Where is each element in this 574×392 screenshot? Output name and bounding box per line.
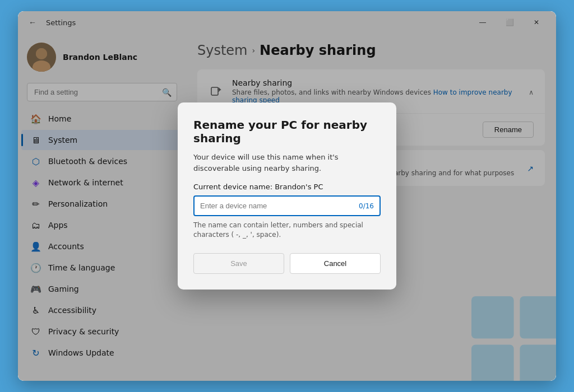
- current-device-label: Current device name: Brandon's PC: [193, 183, 381, 191]
- cancel-button[interactable]: Cancel: [290, 253, 381, 274]
- dialog-title: Rename your PC for nearby sharing: [193, 118, 381, 145]
- dialog-body: Your device will use this name when it's…: [193, 152, 381, 174]
- dialog-actions: Save Cancel: [193, 253, 381, 274]
- device-name-input-row: 0/16: [193, 195, 381, 216]
- dialog-overlay: Rename your PC for nearby sharing Your d…: [18, 11, 556, 381]
- character-counter: 0/16: [359, 202, 374, 210]
- settings-window: ← Settings — ⬜ ✕: [18, 11, 556, 381]
- rename-dialog: Rename your PC for nearby sharing Your d…: [178, 102, 396, 290]
- device-name-input[interactable]: [200, 197, 359, 215]
- input-hint: The name can contain letter, numbers and…: [193, 221, 381, 240]
- save-button[interactable]: Save: [193, 253, 284, 274]
